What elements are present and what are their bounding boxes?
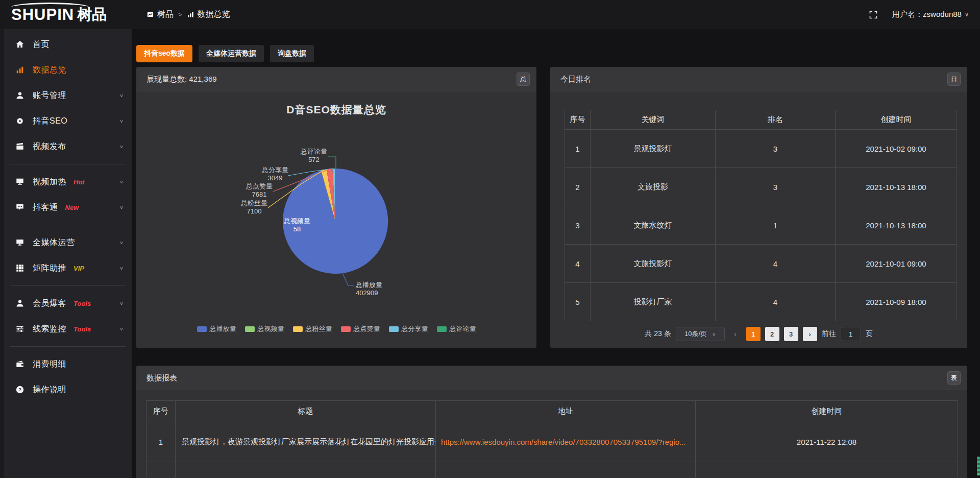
pie-label-plays: 总播放量402909 xyxy=(356,281,382,297)
legend-item-fans[interactable]: 总粉丝量 xyxy=(293,324,332,333)
new-tag: New xyxy=(65,204,79,211)
pie-chart[interactable] xyxy=(136,91,536,348)
goto-unit: 页 xyxy=(866,329,873,339)
logo-arc-decoration xyxy=(11,3,89,12)
legend-item-videos[interactable]: 总视频量 xyxy=(245,324,284,333)
sidebar-divider xyxy=(10,285,126,286)
sliders-icon xyxy=(15,324,24,333)
goto-label: 前往 xyxy=(822,329,836,339)
sidebar-item-home[interactable]: 首页 xyxy=(4,32,132,57)
sidebar-item-lead-monitor[interactable]: 线索监控 Tools ∨ xyxy=(4,316,132,342)
sidebar-item-douketong[interactable]: 抖客通 New ∨ xyxy=(4,195,132,220)
ranking-title: 今日排名 xyxy=(560,75,591,83)
sidebar-item-member-baoke[interactable]: 会员爆客 Tools ∨ xyxy=(4,291,132,316)
goto-page-input[interactable] xyxy=(841,327,861,341)
impressions-label: 展现量总数: xyxy=(146,75,187,83)
page-size-select[interactable]: 10条/页 ∨ xyxy=(676,327,725,341)
bar-chart-icon xyxy=(187,11,194,18)
top-header: SHUPIN 树品 树品 > 数据总览 用户名：zswodun88 ∨ xyxy=(0,0,980,29)
report-title: 数据报表 xyxy=(146,373,177,382)
sidebar-item-help[interactable]: ? 操作说明 xyxy=(4,377,132,402)
legend-item-comments[interactable]: 总评论量 xyxy=(437,324,476,333)
home-icon xyxy=(15,40,24,49)
col-header-no: 序号 xyxy=(146,401,176,422)
chevron-down-icon: ∨ xyxy=(119,179,124,184)
breadcrumb-root[interactable]: 树品 xyxy=(157,9,174,20)
breadcrumb: 树品 > 数据总览 xyxy=(146,0,230,29)
chat-bubble-icon xyxy=(15,203,24,212)
page-button-1[interactable]: 1 xyxy=(746,327,761,341)
data-source-tabs: 抖音seo数据 全媒体运营数据 询盘数据 xyxy=(136,45,314,62)
video-title-cell: 景观投影灯，夜游景观投影灯厂家展示展示落花灯在花园里的灯光投影应用效果 # xyxy=(176,422,436,462)
page-button-3[interactable]: 3 xyxy=(784,327,798,341)
gear-icon xyxy=(15,116,24,126)
person-icon xyxy=(15,299,24,308)
video-url-link[interactable]: https://www.iesdouyin.com/share/video/70… xyxy=(436,422,696,462)
table-row[interactable]: 1景观投影灯32021-10-02 09:00 xyxy=(565,130,957,168)
table-row[interactable]: 4文旅投影灯42021-10-01 09:00 xyxy=(565,245,957,283)
bar-chart-icon xyxy=(15,65,24,75)
fullscreen-icon[interactable] xyxy=(869,10,878,19)
header-right: 用户名：zswodun88 ∨ xyxy=(869,0,969,29)
user-icon xyxy=(15,91,24,100)
legend-swatch xyxy=(437,326,447,332)
legend-item-likes[interactable]: 总点赞量 xyxy=(341,324,380,333)
col-header-created: 创建时间 xyxy=(696,401,958,422)
sidebar-item-video-heat[interactable]: 视频加热 Hot ∨ xyxy=(4,169,132,195)
table-row[interactable]: 1 景观投影灯，夜游景观投影灯厂家展示展示落花灯在花园里的灯光投影应用效果 # … xyxy=(146,422,958,462)
username-label: 用户名：zswodun88 xyxy=(892,10,962,19)
pagination-total: 共 23 条 xyxy=(645,329,671,339)
day-badge-button[interactable]: 日 xyxy=(947,73,961,86)
tab-omni-media[interactable]: 全媒体运营数据 xyxy=(199,45,264,62)
table-badge-button[interactable]: 表 xyxy=(947,371,961,385)
sidebar-item-douyin-seo[interactable]: 抖音SEO ∨ xyxy=(4,108,132,134)
sidebar-item-video-publish[interactable]: 视频发布 ∨ xyxy=(4,134,132,159)
sidebar-item-data-overview[interactable]: 数据总览 xyxy=(4,57,132,83)
ranking-table: 序号 关键词 排名 创建时间 1景观投影灯32021-10-02 09:00 2… xyxy=(565,110,957,321)
chevron-down-icon: ∨ xyxy=(119,240,124,245)
chevron-down-icon: ∨ xyxy=(712,331,716,337)
col-header-title: 标题 xyxy=(176,401,436,422)
hot-tag: Hot xyxy=(74,178,85,186)
chevron-down-icon: ∨ xyxy=(119,205,124,210)
sidebar-item-consumption[interactable]: 消费明细 xyxy=(4,351,132,377)
page-button-2[interactable]: 2 xyxy=(765,327,779,341)
col-header-rank: 排名 xyxy=(716,110,836,130)
legend-swatch xyxy=(197,326,207,332)
clapperboard-icon xyxy=(15,142,24,151)
table-row[interactable]: 3文旅水纹灯12021-10-13 18:00 xyxy=(565,206,957,245)
chart-box-icon xyxy=(146,11,154,18)
legend-item-plays[interactable]: 总播放量 xyxy=(197,324,236,333)
chevron-down-icon: ∨ xyxy=(119,118,124,124)
tools-tag: Tools xyxy=(74,300,91,307)
pie-label-likes: 总点赞量7681 xyxy=(246,182,273,199)
table-row[interactable]: 5投影灯厂家42021-10-09 18:00 xyxy=(565,283,957,321)
monitor-icon xyxy=(15,177,24,186)
overview-panel: 展现量总数: 421,369 总 D音SEO数据量总览 总评论量572 总分享量… xyxy=(136,67,536,348)
col-header-url: 地址 xyxy=(436,401,696,422)
sidebar-item-matrix-boost[interactable]: 矩阵助推 VIP ∨ xyxy=(4,255,132,281)
legend-item-shares[interactable]: 总分享量 xyxy=(389,324,428,333)
table-header-row: 序号 关键词 排名 创建时间 xyxy=(565,110,957,130)
table-row[interactable]: 2文旅投影32021-10-13 18:00 xyxy=(565,168,957,206)
sidebar: 首页 数据总览 账号管理 ∨ 抖音SEO ∨ 视频发布 ∨ 视频加热 Hot ∨… xyxy=(4,29,132,478)
breadcrumb-current[interactable]: 数据总览 xyxy=(198,9,230,20)
total-badge-button[interactable]: 总 xyxy=(517,73,530,86)
sidebar-item-account[interactable]: 账号管理 ∨ xyxy=(4,83,132,108)
brand-logo[interactable]: SHUPIN 树品 xyxy=(11,0,107,29)
ranking-panel-header: 今日排名 日 xyxy=(550,67,967,91)
user-menu[interactable]: 用户名：zswodun88 ∨ xyxy=(892,10,969,19)
legend-swatch xyxy=(245,326,255,332)
prev-page-button[interactable]: ‹ xyxy=(729,330,742,338)
sidebar-divider xyxy=(10,225,126,225)
table-row[interactable] xyxy=(146,462,958,478)
svg-text:?: ? xyxy=(18,387,21,392)
next-page-button[interactable]: › xyxy=(803,327,817,341)
tab-inquiry[interactable]: 询盘数据 xyxy=(270,45,314,62)
chevron-down-icon: ∨ xyxy=(119,301,124,306)
tab-douyin-seo[interactable]: 抖音seo数据 xyxy=(136,45,192,62)
chevron-down-icon: ∨ xyxy=(119,93,124,98)
pie-label-videos: 总视频量58 xyxy=(284,217,310,233)
scrollbar-thumb[interactable] xyxy=(977,457,980,476)
sidebar-item-omni-media[interactable]: 全媒体运营 ∨ xyxy=(4,230,132,255)
